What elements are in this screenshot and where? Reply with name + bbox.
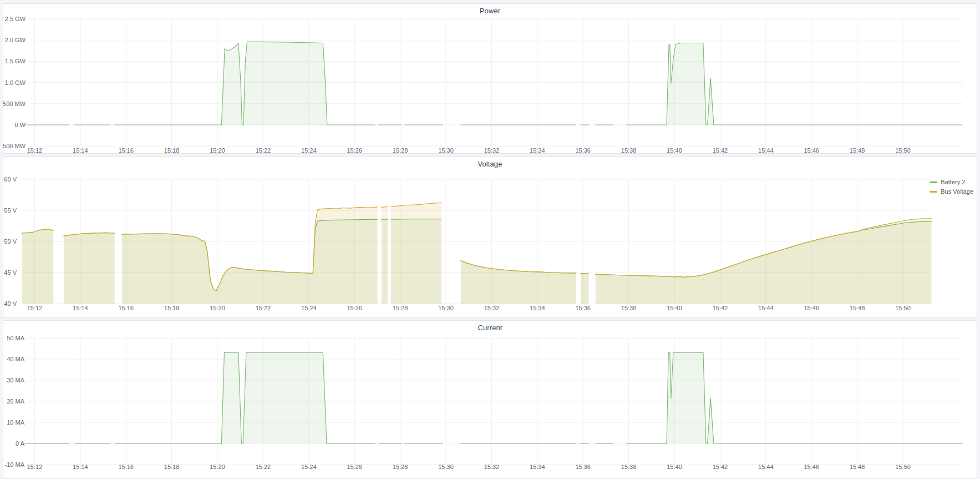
svg-text:15:50: 15:50	[895, 147, 911, 154]
svg-text:1.5 GW: 1.5 GW	[5, 58, 26, 64]
svg-text:15:24: 15:24	[301, 147, 317, 154]
svg-text:15:36: 15:36	[575, 147, 591, 154]
current-chart-canvas[interactable]: 15:1215:1415:1615:1815:2015:2215:2415:26…	[3, 321, 977, 479]
svg-text:15:36: 15:36	[575, 305, 591, 311]
svg-text:15:22: 15:22	[256, 147, 271, 154]
svg-text:15:48: 15:48	[850, 147, 865, 154]
svg-text:500 MW: 500 MW	[3, 100, 26, 107]
voltage-chart-canvas[interactable]: 15:1215:1415:1615:1815:2015:2215:2415:26…	[3, 157, 977, 317]
svg-text:15:32: 15:32	[484, 305, 500, 311]
panel-title-current[interactable]: Current	[3, 324, 977, 332]
svg-text:40 V: 40 V	[4, 300, 17, 307]
voltage-legend: Battery 2 Bus Voltage	[930, 178, 973, 195]
svg-text:15:50: 15:50	[895, 305, 911, 311]
svg-text:15:26: 15:26	[347, 147, 362, 154]
svg-text:2.5 GW: 2.5 GW	[5, 16, 26, 22]
svg-text:15:26: 15:26	[347, 305, 362, 311]
svg-text:15:28: 15:28	[393, 305, 408, 311]
legend-item-bus-voltage[interactable]: Bus Voltage	[930, 188, 973, 195]
svg-text:55 V: 55 V	[4, 207, 17, 214]
svg-text:15:42: 15:42	[713, 305, 728, 311]
svg-text:15:28: 15:28	[393, 147, 408, 154]
svg-text:50 V: 50 V	[4, 238, 17, 245]
legend-item-battery-2[interactable]: Battery 2	[930, 178, 973, 186]
svg-text:15:40: 15:40	[667, 305, 682, 311]
svg-text:15:48: 15:48	[850, 305, 865, 311]
panel-title-power[interactable]: Power	[3, 7, 977, 15]
panel-title-voltage[interactable]: Voltage	[3, 160, 977, 168]
svg-text:15:38: 15:38	[621, 147, 637, 154]
svg-text:15:34: 15:34	[530, 305, 545, 311]
svg-text:15:38: 15:38	[621, 305, 637, 311]
svg-text:15:18: 15:18	[164, 305, 180, 311]
svg-text:15:30: 15:30	[438, 305, 454, 311]
svg-text:15:18: 15:18	[164, 147, 180, 154]
svg-text:20 MA: 20 MA	[7, 398, 24, 405]
svg-text:2.0 GW: 2.0 GW	[5, 37, 26, 43]
svg-text:30 MA: 30 MA	[7, 377, 24, 384]
svg-text:15:20: 15:20	[210, 147, 225, 154]
battery-2-series-swatch-icon	[930, 181, 937, 183]
svg-text:15:44: 15:44	[758, 305, 774, 311]
svg-text:15:14: 15:14	[73, 147, 88, 154]
svg-text:15:16: 15:16	[118, 305, 134, 311]
svg-text:-10 MA: -10 MA	[5, 461, 25, 468]
svg-text:15:12: 15:12	[27, 147, 43, 154]
svg-text:15:16: 15:16	[118, 147, 134, 154]
svg-text:40 MA: 40 MA	[7, 356, 24, 362]
svg-text:15:40: 15:40	[667, 147, 682, 154]
svg-text:15:32: 15:32	[484, 147, 500, 154]
svg-text:10 MA: 10 MA	[7, 419, 24, 426]
svg-text:15:42: 15:42	[713, 147, 728, 154]
legend-label: Battery 2	[941, 178, 965, 186]
svg-text:15:30: 15:30	[438, 147, 454, 154]
svg-text:15:34: 15:34	[530, 147, 545, 154]
svg-text:15:14: 15:14	[73, 305, 88, 311]
current-panel: 15:1215:1415:1615:1815:2015:2215:2415:26…	[3, 320, 977, 479]
svg-text:50 MA: 50 MA	[7, 335, 24, 341]
svg-text:15:22: 15:22	[256, 305, 271, 311]
legend-label: Bus Voltage	[941, 188, 973, 195]
svg-text:15:24: 15:24	[301, 305, 317, 311]
svg-text:15:46: 15:46	[804, 305, 819, 311]
power-chart-canvas[interactable]: 15:1215:1415:1615:1815:2015:2215:2415:26…	[3, 4, 977, 154]
svg-text:15:44: 15:44	[758, 147, 774, 154]
voltage-panel: 15:1215:1415:1615:1815:2015:2215:2415:26…	[3, 157, 977, 317]
power-panel: 15:1215:1415:1615:1815:2015:2215:2415:26…	[3, 3, 977, 154]
svg-text:15:12: 15:12	[27, 305, 43, 311]
svg-text:-500 MW: -500 MW	[3, 143, 26, 149]
svg-text:60 V: 60 V	[4, 176, 17, 183]
svg-text:15:20: 15:20	[210, 305, 225, 311]
svg-text:45 V: 45 V	[4, 269, 17, 276]
svg-text:15:46: 15:46	[804, 147, 819, 154]
bus-voltage-series-swatch-icon	[930, 191, 937, 193]
dashboard: 15:1215:1415:1615:1815:2015:2215:2415:26…	[0, 0, 980, 479]
svg-text:1.0 GW: 1.0 GW	[5, 79, 26, 86]
